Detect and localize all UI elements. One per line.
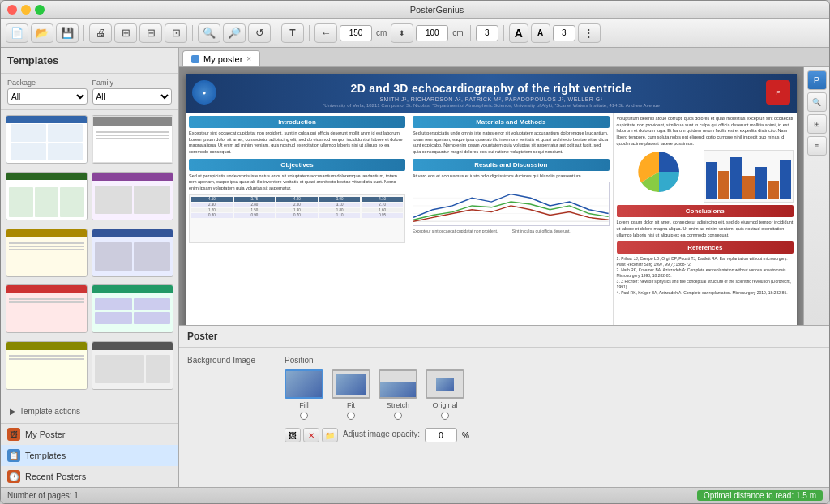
family-select[interactable]: All	[92, 88, 173, 105]
template-thumb-5[interactable]	[6, 229, 88, 277]
new-button[interactable]: 📄	[6, 23, 28, 43]
save-button[interactable]: 💾	[56, 23, 79, 43]
my-poster-icon: 🖼	[7, 428, 20, 441]
intro-text: Excepteur sint occaecat cupidatat non pr…	[189, 130, 405, 156]
zoom-in-button[interactable]: 🔎	[223, 23, 246, 43]
arrow-left-btn[interactable]: ←	[314, 23, 337, 43]
fill-preview	[286, 371, 322, 397]
text-button[interactable]: T	[281, 23, 304, 43]
stretch-thumb[interactable]	[379, 369, 417, 399]
fit-option: Fit	[332, 369, 370, 420]
tool-grid[interactable]: ⊞	[807, 114, 827, 134]
template-thumb-10[interactable]	[92, 341, 173, 390]
zoom-out-button[interactable]: 🔍	[198, 23, 220, 43]
tool-layers[interactable]: ≡	[807, 136, 827, 156]
toolbar-separator-5	[470, 25, 471, 41]
more-button[interactable]: ⋮	[578, 23, 601, 43]
font-size-input[interactable]: 3	[553, 25, 575, 41]
opacity-section: 🖼 ✕ 📁 Adjust image opacity: 0 %	[285, 428, 821, 442]
tab-bar: My poster ×	[179, 48, 829, 67]
methods-header: Materials and Methods	[413, 116, 610, 128]
data-table: 4.50 3.75 4.20 3.90 4.10 2.30	[189, 194, 405, 243]
main-layout: Templates Package All Family All	[1, 48, 829, 487]
template-actions-button[interactable]: ▶ Template actions	[7, 404, 172, 418]
status-bar: Number of pages: 1 Optimal distance to r…	[1, 487, 829, 503]
template-thumb-9[interactable]	[6, 341, 88, 390]
package-label: Package	[7, 79, 88, 87]
font-small-button[interactable]: A	[531, 23, 550, 43]
package-select[interactable]: All	[7, 88, 88, 105]
original-label: Original	[432, 401, 457, 409]
zoom-unit-label: cm	[374, 28, 388, 37]
toolbar-separator-3	[276, 25, 276, 41]
template-thumb-3[interactable]	[6, 172, 88, 220]
template-thumb-2[interactable]	[92, 115, 173, 164]
results-header: Results and Discussion	[413, 159, 610, 171]
original-radio[interactable]	[441, 412, 449, 420]
view-button[interactable]: ⊡	[165, 23, 187, 43]
bar-chart	[704, 150, 794, 203]
tab-close-button[interactable]: ×	[246, 54, 251, 63]
font-large-button[interactable]: A	[509, 23, 528, 43]
fit-label: Fit	[347, 401, 355, 409]
zoom-input[interactable]: 150	[340, 25, 372, 41]
height-unit-label: cm	[451, 28, 464, 37]
nav-my-poster[interactable]: 🖼 My Poster	[1, 424, 178, 445]
col-input[interactable]: 3	[476, 25, 498, 41]
stretch-option: Stretch	[379, 369, 417, 420]
nav-templates[interactable]: 📋 Templates	[1, 445, 178, 466]
nav-recent[interactable]: 🕐 Recent Posters	[1, 466, 178, 487]
results-text: At vero eos et accusamus et iusto odio d…	[413, 173, 610, 180]
nav-templates-label: Templates	[25, 451, 66, 460]
poster-header: ● P 2D and 3D echocardiography of the ri…	[186, 74, 797, 113]
template-thumb-6[interactable]	[92, 229, 173, 277]
poster-title: 2D and 3D echocardiography of the right …	[192, 82, 790, 95]
maximize-button[interactable]	[35, 5, 45, 15]
opacity-delete-icon[interactable]: ✕	[303, 428, 319, 442]
refresh-button[interactable]: ↺	[248, 23, 271, 43]
fit-radio[interactable]	[347, 412, 355, 420]
height-input[interactable]: 100	[416, 25, 448, 41]
print-button[interactable]: 🖨	[89, 23, 112, 43]
fit-thumb[interactable]	[332, 369, 370, 399]
toolbar-separator-2	[192, 25, 193, 41]
tool-pointer[interactable]: P	[807, 70, 827, 90]
package-filter: Package All	[7, 79, 88, 105]
stretch-radio[interactable]	[394, 412, 402, 420]
traffic-lights	[7, 5, 45, 15]
window-title: PosterGenius	[51, 5, 823, 15]
opacity-row: 🖼 ✕ 📁 Adjust image opacity: 0 %	[285, 428, 821, 442]
minimize-button[interactable]	[21, 5, 31, 15]
bottom-panel-content: Background Image Position Fill	[179, 348, 829, 451]
bottom-panel: Poster Background Image Position	[179, 325, 829, 487]
toolbar-separator-4	[309, 25, 310, 41]
poster-affiliation: ¹University of Verla, 18211 Campus of St…	[192, 103, 790, 108]
layout-button[interactable]: ⊞	[114, 23, 137, 43]
opacity-input[interactable]: 0	[425, 428, 457, 442]
tool-zoom[interactable]: 🔍	[807, 92, 827, 112]
original-thumb[interactable]	[426, 369, 464, 399]
opacity-icons: 🖼 ✕ 📁	[285, 428, 338, 442]
template-thumb-7[interactable]	[6, 284, 88, 333]
template-thumb-1[interactable]	[6, 115, 88, 164]
intro-header: Introduction	[189, 116, 405, 128]
conclusions-header: Conclusions	[617, 205, 794, 217]
templates-icon: 📋	[7, 449, 20, 462]
template-thumb-8[interactable]	[92, 284, 173, 333]
sidebar-filters: Package All Family All	[1, 74, 178, 110]
fill-radio[interactable]	[300, 412, 308, 420]
grid-button[interactable]: ⊟	[139, 23, 162, 43]
opacity-folder-icon[interactable]: 📁	[322, 428, 338, 442]
methods-text: Sed ut perspiciatis unde omnis iste natu…	[413, 130, 610, 156]
close-button[interactable]	[7, 5, 17, 15]
open-button[interactable]: 📂	[31, 23, 53, 43]
distance-status: Optimal distance to read: 1.5 m	[697, 490, 823, 501]
objectives-header: Objectives	[189, 159, 405, 171]
template-thumb-4[interactable]	[92, 172, 173, 220]
poster-tab[interactable]: My poster ×	[182, 50, 260, 66]
opacity-image-icon[interactable]: 🖼	[285, 428, 301, 442]
position-options: Fill Fit	[285, 369, 821, 420]
toolbar-separator-1	[83, 25, 84, 41]
canvas-area[interactable]: ● P 2D and 3D echocardiography of the ri…	[179, 67, 803, 325]
fill-thumb[interactable]	[285, 369, 323, 399]
